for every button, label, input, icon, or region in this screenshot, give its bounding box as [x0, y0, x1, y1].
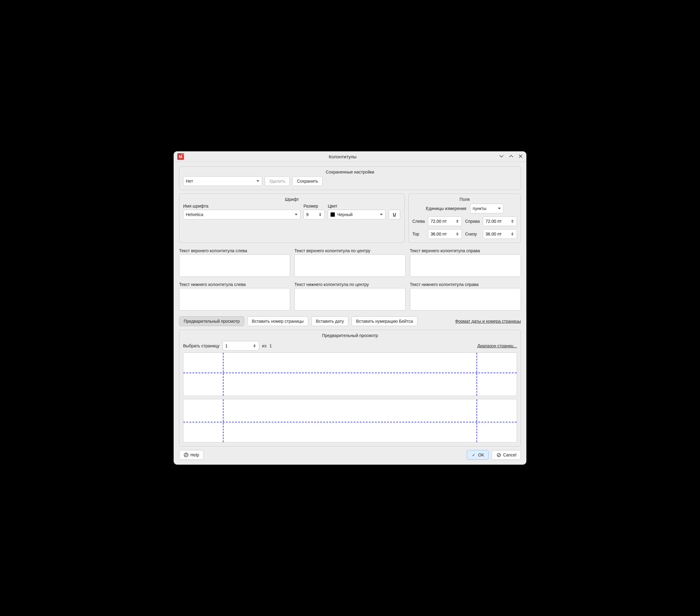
ok-button[interactable]: OK: [467, 450, 489, 460]
insert-bates-button[interactable]: Вставить нумерацию Бейтса: [351, 316, 417, 326]
chevron-down-icon: [257, 180, 259, 182]
total-pages: 1: [270, 343, 272, 348]
titlebar: Колонтитулы: [174, 151, 526, 162]
color-swatch: [330, 213, 335, 217]
cancel-icon: [496, 452, 501, 457]
help-label: Help: [190, 452, 199, 457]
cancel-button[interactable]: Cancel: [492, 450, 521, 460]
spin-up-icon[interactable]: [319, 213, 322, 214]
preview-page-bottom: [183, 399, 517, 442]
chevron-down-icon: [498, 208, 501, 209]
close-icon[interactable]: [518, 154, 523, 159]
margins-group: Поля Единицы измерения пункты Слева Спра…: [408, 194, 521, 243]
window-controls: [499, 154, 523, 159]
font-color-select[interactable]: Черный: [328, 210, 386, 219]
spin-up-icon[interactable]: [253, 344, 256, 346]
spin-up-icon[interactable]: [511, 220, 514, 221]
margin-bottom-label: Снизу: [465, 232, 479, 236]
date-page-format-link[interactable]: Формат даты и номера страницы: [455, 319, 521, 324]
minimize-icon[interactable]: [499, 154, 504, 159]
delete-button[interactable]: Удалить: [264, 176, 290, 186]
app-icon: [177, 153, 184, 160]
guide-vertical: [476, 353, 477, 396]
font-group-title: Шрифт: [183, 197, 401, 202]
header-left-input[interactable]: [179, 254, 290, 277]
insert-date-button[interactable]: Вставить дату: [311, 316, 349, 326]
header-footer-grid: Текст верхнего колонтитула слева Текст в…: [179, 248, 521, 311]
maximize-icon[interactable]: [509, 154, 514, 159]
spin-down-icon[interactable]: [253, 346, 256, 347]
margin-top-spin[interactable]: [428, 229, 462, 239]
header-right-input[interactable]: [410, 254, 521, 277]
help-button[interactable]: Help: [179, 450, 204, 460]
window-title: Колонтитулы: [186, 154, 499, 159]
guide-vertical: [223, 399, 224, 442]
spin-down-icon[interactable]: [456, 221, 459, 223]
units-label: Единицы измерения: [426, 206, 466, 211]
spin-down-icon[interactable]: [511, 234, 514, 235]
font-name-value: Helvetica: [186, 212, 203, 217]
margin-bottom-spin[interactable]: [483, 229, 517, 239]
spin-up-icon[interactable]: [511, 232, 514, 234]
select-page-label: Выбрать страницу: [183, 343, 220, 348]
guide-horizontal: [183, 373, 517, 373]
header-center-input[interactable]: [295, 254, 405, 277]
page-range-link[interactable]: Диапазон страниц...: [477, 343, 517, 348]
chevron-down-icon: [295, 214, 298, 216]
font-color-label: Цвет: [328, 204, 386, 208]
preset-select[interactable]: Нет: [183, 176, 262, 186]
preset-value: Нет: [186, 179, 193, 183]
units-select[interactable]: пункты: [470, 204, 503, 213]
spin-up-icon[interactable]: [456, 232, 459, 234]
save-button[interactable]: Сохранить: [292, 176, 323, 186]
spin-down-icon[interactable]: [319, 215, 322, 216]
margins-group-title: Поля: [412, 197, 517, 202]
help-icon: [184, 452, 189, 457]
footer-center-input[interactable]: [295, 288, 405, 311]
margin-right-spin[interactable]: [483, 216, 517, 226]
units-value: пункты: [473, 206, 487, 211]
saved-settings-title: Сохраненные настройки: [183, 170, 517, 175]
font-color-value: Черный: [337, 212, 353, 217]
preview-page-spin[interactable]: [223, 341, 259, 351]
underline-button[interactable]: U: [389, 210, 400, 219]
guide-horizontal: [183, 422, 517, 422]
margin-left-label: Слева: [412, 219, 425, 224]
spin-down-icon[interactable]: [456, 234, 459, 235]
preview-page-top: [183, 352, 517, 396]
of-label: из: [262, 343, 266, 348]
saved-settings-group: Сохраненные настройки Нет Удалить Сохран…: [179, 166, 521, 190]
preview-title: Предварительный просмотр: [183, 333, 517, 338]
check-icon: [471, 452, 476, 457]
font-size-label: Размер: [303, 204, 325, 208]
header-left-label: Текст верхнего колонтитула слева: [179, 248, 290, 253]
margin-right-label: Справа: [465, 219, 479, 224]
footer-left-input[interactable]: [179, 288, 290, 311]
margin-left-spin[interactable]: [428, 216, 462, 226]
font-name-select[interactable]: Helvetica: [183, 210, 300, 219]
font-group: Шрифт Имя шрифта Helvetica Размер: [179, 194, 405, 243]
spin-up-icon[interactable]: [456, 220, 459, 221]
preview-toggle-button[interactable]: Предварительный просмотр: [179, 316, 244, 326]
cancel-label: Cancel: [503, 452, 516, 457]
footer-center-label: Текст нижнего колонтитула по центру: [295, 282, 405, 287]
ok-label: OK: [478, 452, 484, 457]
insert-page-number-button[interactable]: Вставить номер страницы: [247, 316, 308, 326]
footer-right-input[interactable]: [410, 288, 521, 311]
footer-right-label: Текст нижнего колонтитула справа: [410, 282, 521, 287]
chevron-down-icon: [380, 214, 383, 216]
font-name-label: Имя шрифта: [183, 204, 300, 208]
spin-down-icon[interactable]: [511, 221, 514, 223]
guide-vertical: [223, 353, 224, 396]
preview-group: Предварительный просмотр Выбрать страниц…: [179, 330, 521, 446]
header-right-label: Текст верхнего колонтитула справа: [410, 248, 521, 253]
guide-vertical: [476, 399, 477, 442]
header-center-label: Текст верхнего колонтитула по центру: [295, 248, 405, 253]
font-size-spin[interactable]: [303, 210, 325, 219]
margin-top-label: Top: [412, 232, 425, 236]
footer-left-label: Текст нижнего колонтитула слева: [179, 282, 290, 287]
dialog-window: Колонтитулы Сохраненные настройки Нет Уд…: [174, 151, 526, 465]
